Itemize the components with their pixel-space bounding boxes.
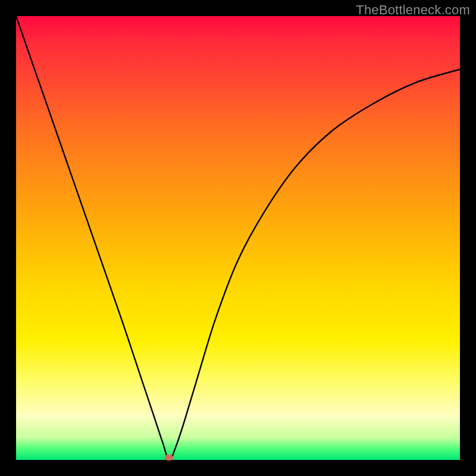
bottleneck-curve	[16, 16, 460, 460]
chart-frame: TheBottleneck.com	[0, 0, 476, 476]
plot-area	[16, 16, 460, 460]
optimum-marker	[165, 455, 173, 461]
